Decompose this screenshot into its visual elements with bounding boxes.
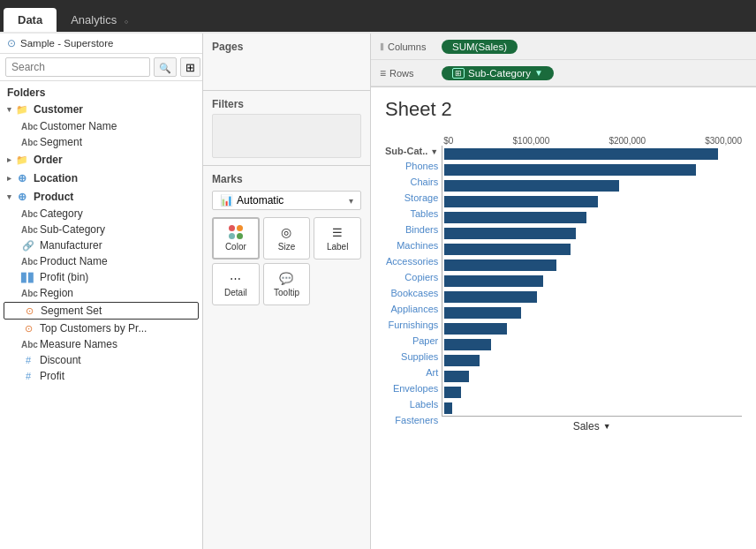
search-row: 🔍 ⊞ ▾	[0, 54, 202, 81]
marks-type-label: Automatic	[237, 194, 284, 207]
group-label-location: Location	[34, 172, 78, 184]
tree-group-location: ▸ ⊕ Location	[4, 169, 199, 187]
bar-row	[442, 368, 742, 384]
size-button[interactable]: ◎ Size	[263, 217, 311, 259]
field-segment-set[interactable]: ⊙ Segment Set	[4, 302, 199, 320]
size-label: Size	[278, 242, 295, 252]
detail-button[interactable]: ⋯ Detail	[212, 263, 260, 305]
filters-label: Filters	[212, 98, 361, 110]
bar-row	[442, 289, 742, 305]
middle-panel: Pages Filters Marks 📊 Automatic ▾	[203, 34, 371, 549]
field-segment[interactable]: Abc Segment	[4, 134, 199, 150]
bar	[444, 212, 586, 223]
search-input[interactable]	[5, 57, 150, 77]
field-label: Product Name	[40, 255, 108, 267]
bar	[444, 228, 576, 239]
bar	[444, 402, 452, 414]
group-label-customer: Customer	[34, 103, 83, 116]
left-panel: ⊙ Sample - Superstore 🔍 ⊞ ▾ Folders	[0, 34, 203, 549]
paperclip-icon: 🔗	[21, 240, 35, 252]
tree-group-header-product[interactable]: ▾ ⊕ Product	[4, 188, 199, 206]
columns-pill-label: SUM(Sales)	[452, 41, 507, 52]
bar-row	[442, 225, 742, 241]
field-category[interactable]: Abc Category	[4, 206, 199, 222]
y-axis-label: Accessories	[386, 253, 438, 269]
marks-type-dropdown[interactable]: 📊 Automatic ▾	[212, 191, 361, 210]
search-icon: 🔍	[159, 63, 171, 73]
group-label-order: Order	[34, 154, 63, 166]
bar-chart-icon: 📊	[220, 194, 233, 207]
field-tree: ▾ 📁 Customer Abc Customer Name Abc Segme…	[0, 101, 202, 549]
columns-shelf-label: ⦀ Columns	[380, 41, 442, 53]
rows-pill[interactable]: ⊞ Sub-Category ▼	[442, 66, 554, 80]
tree-group-header-order[interactable]: ▸ 📁 Order	[4, 151, 199, 169]
datasource-icon: ⊙	[7, 37, 16, 49]
x-axis-title: Sales ▼	[442, 420, 742, 432]
abc-icon: Abc	[21, 289, 35, 298]
y-axis-label: Binders	[386, 222, 438, 237]
bar	[444, 196, 598, 207]
field-sub-category[interactable]: Abc Sub-Category	[4, 222, 199, 237]
tooltip-button[interactable]: 💬 Tooltip	[263, 263, 311, 305]
y-axis-label: Chairs	[386, 174, 438, 190]
datasource-row[interactable]: ⊙ Sample - Superstore	[0, 34, 202, 54]
hash-icon: #	[21, 371, 35, 381]
chart-area: Sheet 2 Sub-Cat.. ▼ PhonesChairsStorageT…	[371, 87, 756, 549]
y-axis-label: Labels	[386, 396, 438, 412]
field-top-customers[interactable]: ⊙ Top Customers by Pr...	[4, 320, 199, 336]
color-button[interactable]: Color	[212, 217, 260, 259]
abc-icon: Abc	[21, 225, 35, 235]
y-axis-label: Paper	[386, 333, 438, 349]
folders-section: Folders	[0, 81, 202, 101]
field-measure-names[interactable]: Abc Measure Names	[4, 336, 199, 352]
abc-icon: Abc	[21, 340, 35, 350]
field-label: Category	[40, 207, 83, 220]
datasource-name: Sample - Superstore	[20, 38, 113, 49]
field-discount[interactable]: # Discount	[4, 352, 199, 368]
marks-section: Marks 📊 Automatic ▾ Co	[203, 166, 370, 549]
field-profit-bin[interactable]: ▊▊ Profit (bin)	[4, 269, 199, 285]
label-button[interactable]: ☰ Label	[314, 217, 361, 259]
bar	[444, 244, 571, 255]
columns-shelf: ⦀ Columns SUM(Sales)	[371, 34, 756, 60]
bar-row	[442, 336, 742, 352]
field-label: Measure Names	[40, 338, 117, 350]
view-options-button[interactable]: ⊞	[180, 57, 200, 77]
marks-buttons-grid: Color ◎ Size ☰ Label ⋯ Detail	[212, 217, 361, 305]
axis-label-0: $0	[443, 136, 453, 146]
bar	[444, 164, 696, 176]
color-dots-icon	[229, 225, 243, 239]
color-label: Color	[225, 242, 246, 252]
filters-drop-area	[212, 114, 361, 158]
field-profit[interactable]: # Profit	[4, 368, 199, 384]
bar-row	[442, 146, 742, 162]
field-manufacturer[interactable]: 🔗 Manufacturer	[4, 237, 199, 253]
sort-icon: ▼	[603, 422, 611, 431]
columns-shelf-icon: ⦀	[380, 41, 384, 53]
set-icon: ⊙	[21, 323, 35, 335]
marks-label: Marks	[212, 173, 361, 185]
tree-group-header-location[interactable]: ▸ ⊕ Location	[4, 169, 199, 187]
tree-group-header-customer[interactable]: ▾ 📁 Customer	[4, 101, 199, 118]
field-product-name[interactable]: Abc Product Name	[4, 253, 199, 269]
bar	[444, 307, 521, 319]
bar-row	[442, 241, 742, 257]
search-button[interactable]: 🔍	[154, 57, 177, 77]
tab-data[interactable]: Data	[4, 8, 57, 32]
tab-analytics[interactable]: Analytics ⬦	[57, 8, 143, 32]
right-panel: ⦀ Columns SUM(Sales) ≡ Rows ⊞ Sub-C	[371, 34, 756, 549]
shelf-area: ⦀ Columns SUM(Sales) ≡ Rows ⊞ Sub-C	[371, 34, 756, 87]
rows-pill-icon: ⊞	[452, 68, 465, 79]
size-icon: ◎	[281, 225, 291, 239]
axis-label-2: $200,000	[609, 136, 646, 146]
field-region[interactable]: Abc Region	[4, 285, 199, 301]
field-label: Sub-Category	[40, 223, 105, 236]
chevron-right-icon: ▸	[7, 155, 11, 164]
abc-icon: Abc	[21, 138, 35, 147]
field-customer-name[interactable]: Abc Customer Name	[4, 118, 199, 134]
bar-row	[442, 320, 742, 336]
set-icon: ⊙	[22, 305, 36, 317]
abc-icon: Abc	[21, 122, 35, 132]
columns-pill[interactable]: SUM(Sales)	[442, 40, 518, 54]
grid-icon: ⊞	[185, 61, 195, 74]
